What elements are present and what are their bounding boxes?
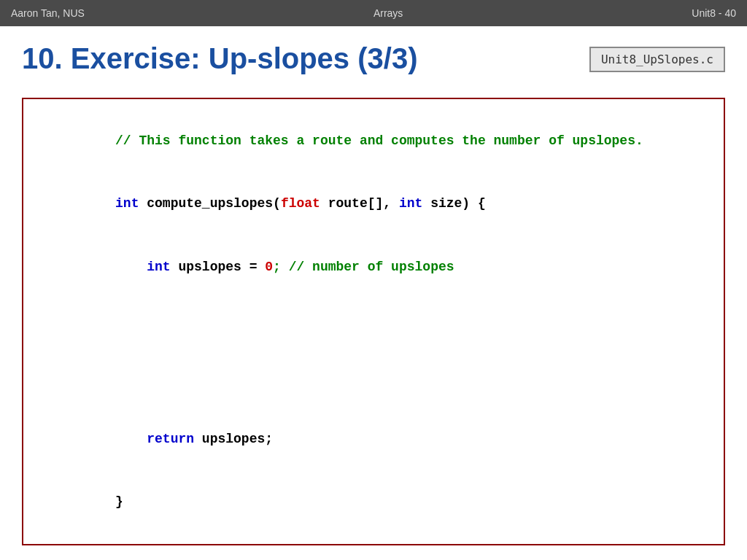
- slide-content: 10. Exercise: Up-slopes (3/3) Unit8_UpSl…: [0, 26, 747, 560]
- keyword-return: return: [147, 432, 194, 446]
- comment-text: // This function takes a route and compu…: [115, 133, 643, 148]
- number-zero: 0: [265, 260, 273, 274]
- indent-spaces: [115, 260, 147, 274]
- code-top: // This function takes a route and compu…: [36, 109, 711, 298]
- code-line-closing-brace: }: [36, 471, 711, 534]
- return-indent: [115, 432, 147, 446]
- header-topic: Arrays: [374, 7, 403, 19]
- param-size: size) {: [422, 196, 485, 211]
- slide-title: 10. Exercise: Up-slopes (3/3): [22, 41, 417, 76]
- func-name: compute_upslopes(: [139, 196, 280, 211]
- title-row: 10. Exercise: Up-slopes (3/3) Unit8_UpSl…: [22, 41, 725, 88]
- keyword-int2: int: [399, 196, 422, 211]
- return-value: upslopes;: [194, 432, 273, 446]
- param-route: route[],: [320, 196, 399, 211]
- type-float: float: [281, 196, 320, 211]
- filename-box: Unit8_UpSlopes.c: [589, 47, 725, 72]
- code-bottom: return upslopes; }: [36, 408, 711, 534]
- closing-brace: }: [115, 494, 123, 509]
- code-line-comment: // This function takes a route and compu…: [36, 109, 711, 172]
- inline-comment: ; // number of upslopes: [273, 260, 454, 274]
- keyword-int3: int: [147, 260, 170, 274]
- keyword-int: int: [115, 196, 139, 211]
- code-line-return: return upslopes;: [36, 408, 711, 470]
- slide: Aaron Tan, NUS Arrays Unit8 - 40 10. Exe…: [0, 0, 747, 560]
- header-author: Aaron Tan, NUS: [11, 7, 85, 19]
- var-upslopes: upslopes =: [171, 260, 266, 274]
- code-box: // This function takes a route and compu…: [22, 98, 725, 545]
- header-unit: Unit8 - 40: [692, 7, 736, 19]
- code-line-signature: int compute_upslopes(float route[], int …: [36, 172, 711, 235]
- header-bar: Aaron Tan, NUS Arrays Unit8 - 40: [0, 0, 747, 26]
- code-line-upslopes: int upslopes = 0; // number of upslopes: [36, 236, 711, 298]
